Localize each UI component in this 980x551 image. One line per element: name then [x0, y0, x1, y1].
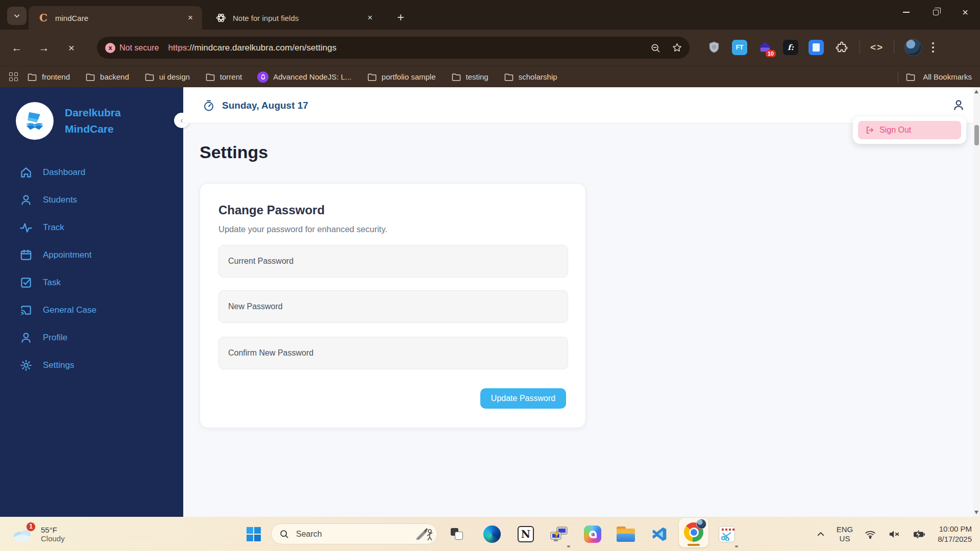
chrome-taskbar-button[interactable] [679, 518, 708, 547]
url-rest: ://mindcare.darelkubra.com/en/settings [187, 43, 336, 53]
windows-logo-icon [247, 527, 261, 541]
bookmark-label: frontend [42, 72, 70, 81]
sign-out-button[interactable]: Sign Out [858, 121, 961, 139]
sidebar-item-label: Settings [43, 360, 74, 370]
tab-note-for-input-fields[interactable]: Note for input fields × [206, 6, 382, 30]
folder-icon [144, 72, 155, 82]
new-password-input[interactable] [218, 290, 568, 323]
folder-icon [85, 72, 95, 82]
user-icon [952, 98, 965, 112]
clock[interactable]: 10:00 PM 8/17/2025 [938, 524, 972, 544]
bookmark-scholarship[interactable]: scholarship [504, 72, 557, 82]
minimize-button[interactable] [891, 0, 921, 24]
wifi-icon[interactable] [864, 529, 876, 540]
scrollbar-thumb[interactable] [974, 125, 979, 145]
bookmark-advanced-nodejs[interactable]: Advanced NodeJS: L... [257, 71, 351, 83]
vscode-icon[interactable] [650, 524, 669, 544]
new-tab-button[interactable]: + [392, 9, 409, 26]
sidebar-item-label: General Case [43, 305, 96, 315]
folder-icon [905, 72, 916, 82]
sidebar-item-task[interactable]: Task [0, 269, 183, 296]
forward-button[interactable]: → [35, 39, 53, 57]
scroll-down-arrow[interactable] [974, 511, 978, 514]
bookmark-ui-design[interactable]: ui design [144, 72, 190, 82]
sidebar-item-settings[interactable]: Settings [0, 352, 183, 379]
extension-row: FT 10 f: <> [706, 39, 934, 56]
sidebar-item-general-case[interactable]: General Case [0, 296, 183, 324]
bookmark-label: Advanced NodeJS: L... [273, 72, 351, 81]
browser-menu-icon[interactable] [932, 42, 934, 53]
battery-charging-icon[interactable] [912, 529, 926, 540]
tray-chevron-up-icon[interactable] [816, 530, 825, 539]
bookmark-label: torrent [220, 72, 242, 81]
bookmark-star-icon[interactable] [672, 42, 682, 53]
bookmark-frontend[interactable]: frontend [27, 72, 70, 82]
bookmark-backend[interactable]: backend [85, 72, 129, 82]
brand: Darelkubra MindCare [16, 102, 121, 140]
bookmark-torrent[interactable]: torrent [205, 72, 242, 82]
bookmarks-separator [898, 71, 898, 83]
user-icon [19, 331, 33, 344]
tab-close-icon[interactable]: × [184, 11, 197, 24]
sidebar-item-profile[interactable]: Profile [0, 324, 183, 352]
purple-extension-icon[interactable]: 10 [757, 40, 773, 55]
security-chip[interactable]: x Not secure [105, 43, 159, 53]
chevron-down-icon [13, 12, 20, 19]
sidebar-item-track[interactable]: Track [0, 214, 183, 241]
copilot-icon[interactable] [583, 524, 602, 544]
back-button[interactable]: ← [8, 39, 26, 57]
ft-extension-icon[interactable]: FT [732, 40, 747, 55]
close-button[interactable]: × [950, 0, 980, 24]
file-explorer-icon[interactable] [616, 524, 635, 544]
all-bookmarks[interactable]: All Bookmarks [898, 71, 972, 83]
profile-avatar[interactable] [904, 39, 922, 56]
task-view-button[interactable] [447, 524, 467, 544]
all-bookmarks-label: All Bookmarks [923, 72, 972, 81]
language-indicator[interactable]: ENG US [837, 525, 853, 543]
page-scrollbar[interactable] [973, 87, 980, 517]
edge-icon[interactable] [482, 524, 502, 544]
date-label: 8/17/2025 [938, 534, 972, 544]
bookmark-testing[interactable]: testing [451, 72, 488, 82]
zoom-icon[interactable] [650, 43, 660, 53]
tab-search-button[interactable] [7, 7, 27, 25]
taskbar-search[interactable]: Search [271, 523, 437, 544]
devtools-code-icon[interactable]: <> [870, 42, 884, 53]
sidebar-item-dashboard[interactable]: Dashboard [0, 159, 183, 186]
date-display: Sunday, August 17 [203, 87, 308, 123]
brand-line1: Darelkubra [65, 105, 121, 121]
snipping-tool-icon[interactable] [717, 524, 737, 544]
remote-desktop-icon[interactable] [549, 524, 569, 544]
bookmark-label: testing [466, 72, 488, 81]
restore-button[interactable] [921, 0, 950, 24]
extensions-puzzle-icon[interactable] [834, 40, 849, 55]
weather-widget[interactable]: 1 55°F Cloudy [11, 517, 65, 551]
stop-loading-button[interactable]: × [62, 39, 81, 57]
url-text: https://mindcare.darelkubra.com/en/setti… [168, 43, 336, 53]
bookmark-portfolio-sample[interactable]: portfolio sample [367, 72, 436, 82]
brand-name: Darelkubra MindCare [65, 105, 121, 137]
apps-grid-icon[interactable] [9, 72, 18, 81]
search-daily-art [415, 527, 433, 541]
fontface-extension-icon[interactable]: f: [783, 40, 798, 55]
sidebar-item-students[interactable]: Students [0, 186, 183, 214]
browser-toolbar: ← → × x Not secure https://mindcare.dare… [0, 30, 980, 66]
confirm-password-input[interactable] [218, 337, 568, 369]
update-password-button[interactable]: Update Password [480, 388, 566, 409]
tab-close-icon[interactable]: × [363, 11, 377, 24]
notion-icon[interactable]: N [516, 524, 535, 544]
volume-muted-icon[interactable] [888, 529, 901, 540]
condition-label: Cloudy [41, 534, 65, 543]
current-password-input[interactable] [218, 245, 568, 278]
sidebar-item-appointment[interactable]: Appointment [0, 241, 183, 269]
user-menu-button[interactable] [952, 98, 965, 114]
shield-extension-icon[interactable] [706, 40, 722, 55]
blue-extension-icon[interactable] [808, 40, 824, 55]
scroll-up-arrow[interactable] [974, 90, 978, 93]
start-button[interactable] [244, 524, 263, 544]
chrome-profile-avatar [696, 519, 706, 529]
user-menu-popover: Sign Out [853, 116, 966, 144]
tab-mindcare[interactable]: C mindCare × [29, 6, 202, 30]
region-label: US [837, 534, 853, 543]
address-bar[interactable]: x Not secure https://mindcare.darelkubra… [97, 37, 690, 59]
